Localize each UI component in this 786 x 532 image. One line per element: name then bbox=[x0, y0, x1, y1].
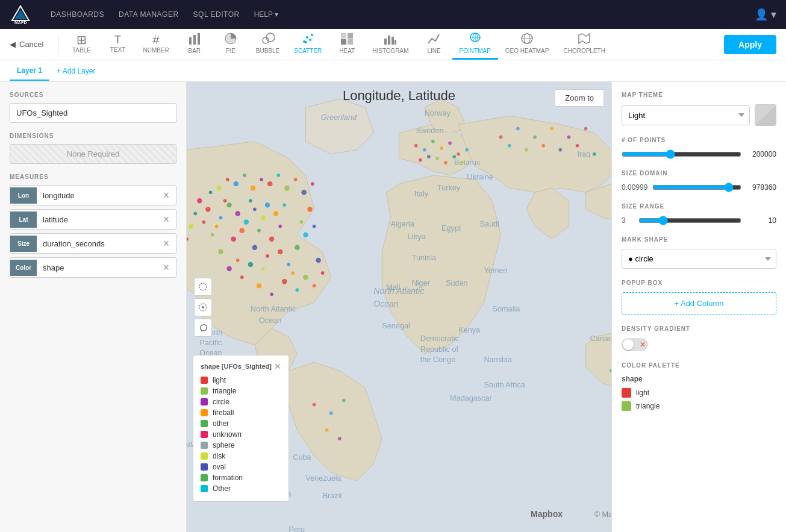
chart-type-table[interactable]: ⊞ TABLE bbox=[63, 30, 99, 59]
lat-remove[interactable]: ✕ bbox=[157, 210, 176, 229]
num-points-slider[interactable] bbox=[622, 149, 741, 159]
svg-text:© Mapbox  © OpenStreetMap  Imp: © Mapbox © OpenStreetMap Improve this ma… bbox=[594, 510, 611, 519]
legend-item-light: light bbox=[201, 376, 281, 384]
source-input[interactable] bbox=[10, 103, 176, 123]
map-container[interactable]: North Atlantic Ocean South Atlantic Ocea… bbox=[187, 82, 611, 532]
chart-type-geo-heatmap[interactable]: GEO HEATMAP bbox=[498, 29, 557, 60]
line-icon bbox=[428, 33, 441, 46]
palette-color-triangle bbox=[622, 401, 631, 411]
svg-point-57 bbox=[261, 267, 265, 271]
color-remove[interactable]: ✕ bbox=[157, 258, 176, 277]
color-value: shape bbox=[37, 258, 157, 277]
user-menu[interactable]: 👤 ▾ bbox=[755, 8, 776, 21]
legend-label-triangle: triangle bbox=[213, 387, 236, 395]
draw-circle-button[interactable] bbox=[194, 298, 212, 316]
chart-type-histogram[interactable]: HISTOGRAM bbox=[365, 29, 416, 60]
toggle-x-icon: ✕ bbox=[640, 340, 646, 349]
svg-text:Tunisia: Tunisia bbox=[412, 254, 437, 262]
measure-lat: Lat latitude ✕ bbox=[10, 209, 176, 230]
svg-text:South Africa: South Africa bbox=[484, 381, 525, 389]
layer-tab-1[interactable]: Layer 1 bbox=[10, 61, 49, 81]
draw-polygon-button[interactable] bbox=[194, 278, 212, 296]
legend-close-button[interactable]: ✕ bbox=[274, 361, 281, 371]
nav-dashboards[interactable]: DASHBOARDS bbox=[51, 8, 104, 21]
chart-type-text[interactable]: T TEXT bbox=[99, 31, 136, 58]
size-range-row: 3 10 bbox=[622, 216, 776, 225]
legend-color-oval bbox=[201, 463, 208, 471]
svg-point-64 bbox=[303, 232, 308, 237]
svg-point-108 bbox=[499, 136, 503, 139]
legend-color-fireball bbox=[201, 409, 208, 416]
add-layer-button[interactable]: + Add Layer bbox=[49, 62, 102, 80]
chart-type-choropleth[interactable]: CHOROPLETH bbox=[556, 29, 612, 60]
palette-item-light: light bbox=[622, 388, 776, 398]
svg-point-39 bbox=[211, 233, 214, 237]
legend-color-circle bbox=[201, 398, 208, 405]
pie-icon bbox=[225, 33, 237, 46]
svg-point-96 bbox=[423, 148, 426, 152]
svg-text:Mapbox: Mapbox bbox=[531, 509, 563, 519]
svg-text:Saudi: Saudi bbox=[479, 220, 499, 228]
nav-help[interactable]: HELP ▾ bbox=[254, 10, 278, 19]
nav-sql-editor[interactable]: SQL EDITOR bbox=[193, 8, 240, 21]
svg-text:Libya: Libya bbox=[408, 233, 426, 241]
density-gradient-toggle[interactable]: ✕ bbox=[622, 338, 648, 351]
chart-type-pointmap[interactable]: POINTMAP bbox=[452, 29, 498, 60]
svg-point-120 bbox=[313, 403, 316, 407]
chart-type-scatter[interactable]: SCATTER bbox=[287, 29, 329, 60]
nav-data-manager[interactable]: DATA MANAGER bbox=[119, 8, 179, 21]
lon-remove[interactable]: ✕ bbox=[157, 186, 176, 205]
chart-type-bar[interactable]: BAR bbox=[176, 29, 213, 60]
chart-type-bubble[interactable]: BUBBLE bbox=[249, 29, 287, 60]
svg-text:Italy: Italy bbox=[414, 190, 429, 198]
svg-point-185 bbox=[202, 306, 204, 308]
logo[interactable]: MAPD bbox=[10, 4, 31, 25]
legend-label-light: light bbox=[213, 376, 226, 384]
svg-text:Brazil: Brazil bbox=[323, 492, 342, 500]
size-range-slider[interactable] bbox=[638, 216, 741, 225]
legend-label-formation: formation bbox=[213, 474, 243, 482]
none-required: None Required bbox=[10, 144, 176, 164]
svg-rect-17 bbox=[341, 39, 346, 45]
legend-label-disk: disk bbox=[213, 452, 225, 460]
theme-row: Light Dark Satellite bbox=[622, 104, 776, 126]
layer-tabs: Layer 1 + Add Layer bbox=[0, 60, 786, 82]
svg-point-54 bbox=[252, 245, 257, 250]
mark-shape-select[interactable]: ● circle ■ square ✚ cross ◆ diamond bbox=[622, 249, 776, 269]
chart-type-heat[interactable]: HEAT bbox=[329, 29, 365, 60]
svg-point-33 bbox=[219, 216, 223, 220]
chart-type-number[interactable]: # NUMBER bbox=[136, 30, 176, 59]
svg-point-41 bbox=[253, 208, 257, 211]
apply-button[interactable]: Apply bbox=[724, 35, 776, 54]
svg-text:Kenya: Kenya bbox=[458, 326, 481, 334]
svg-point-60 bbox=[295, 245, 299, 250]
toggle-knob bbox=[623, 339, 634, 350]
zoom-to-button[interactable]: Zoom to bbox=[555, 89, 604, 107]
svg-point-93 bbox=[301, 190, 306, 195]
legend-item-triangle: triangle bbox=[201, 387, 281, 395]
density-gradient-label: DENSITY GRADIENT bbox=[622, 325, 776, 332]
cancel-button[interactable]: ◀ Cancel bbox=[10, 40, 43, 49]
svg-rect-15 bbox=[341, 33, 346, 39]
svg-text:Pacific: Pacific bbox=[199, 339, 222, 347]
svg-point-92 bbox=[294, 178, 298, 181]
heat-label: HEAT bbox=[339, 48, 355, 54]
theme-select[interactable]: Light Dark Satellite bbox=[622, 105, 750, 125]
text-label: TEXT bbox=[110, 46, 126, 53]
draw-lasso-button[interactable] bbox=[194, 319, 212, 337]
legend-color-triangle bbox=[201, 387, 208, 395]
svg-point-55 bbox=[266, 254, 269, 258]
svg-text:Madagascar: Madagascar bbox=[450, 394, 493, 402]
svg-text:Sudan: Sudan bbox=[446, 279, 468, 287]
size-domain-slider[interactable] bbox=[652, 183, 741, 192]
chart-types: ⊞ TABLE T TEXT # NUMBER BAR PIE B bbox=[63, 29, 724, 60]
chart-type-pie[interactable]: PIE bbox=[213, 29, 249, 60]
svg-text:Canada: Canada bbox=[590, 334, 611, 343]
svg-text:Iraq: Iraq bbox=[577, 150, 590, 158]
chart-type-line[interactable]: LINE bbox=[416, 29, 452, 60]
svg-point-56 bbox=[248, 262, 253, 267]
svg-point-95 bbox=[414, 144, 418, 148]
svg-point-88 bbox=[260, 178, 263, 181]
add-column-button[interactable]: + Add Column bbox=[622, 292, 776, 315]
size-remove[interactable]: ✕ bbox=[157, 234, 176, 253]
